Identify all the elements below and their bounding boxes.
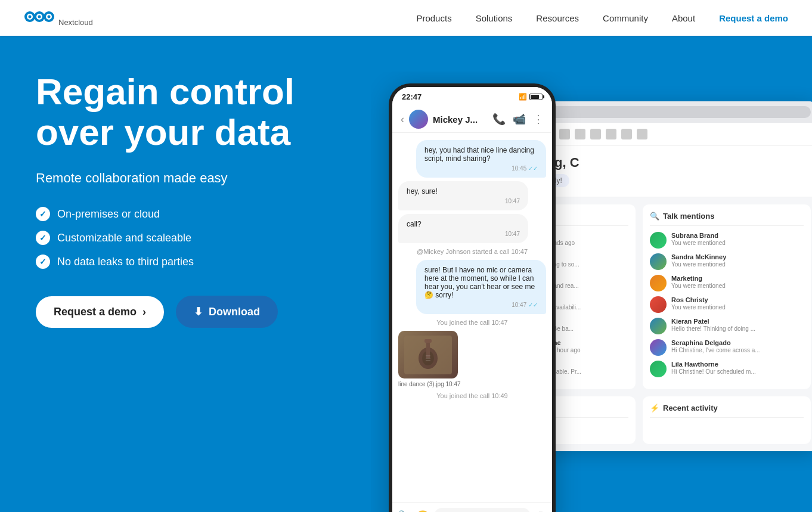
avatar-marketing [650, 275, 667, 291]
mobile-statusbar: 22:47 📶 [392, 87, 552, 106]
mention-row-6: Seraphina Delgado Hi Christine, I've com… [650, 339, 804, 356]
more-icon[interactable]: ⋮ [533, 113, 544, 126]
msg-image-container: line dance (3).jpg 10:47 [398, 331, 546, 387]
header-actions: 📞 📹 ⋮ [492, 113, 544, 126]
mention-name-7: Lila Hawthorne [671, 361, 804, 368]
emoji-icon[interactable]: 🙂 [416, 510, 429, 512]
wifi-icon: 📶 [519, 93, 527, 101]
mention-row-1: Subrana Brand You were mentioned [650, 232, 804, 249]
toolbar-icon-10 [606, 129, 616, 139]
check-icon-1 [36, 207, 50, 221]
msg-time-4: 10:47 ✓✓ [424, 302, 538, 308]
logo[interactable]: Nextcloud [24, 7, 93, 29]
hero-buttons: Request a demo › ⬇ Download [36, 296, 364, 328]
avatar-ros2 [650, 296, 667, 313]
widget-title-activity: ⚡ Recent activity [650, 404, 804, 418]
avatar-lila2 [650, 361, 667, 377]
svg-rect-12 [426, 340, 430, 358]
message-input[interactable]: Enter a message ... [434, 508, 531, 512]
mobile-input-bar: 📎 🙂 Enter a message ... 🎙 [392, 502, 552, 512]
logo-text: Nextcloud [58, 18, 93, 27]
toolbar-icon-7 [559, 129, 570, 139]
mockup-container: Good morning, C 🌙 ☀️ Positive vibes only… [371, 72, 812, 512]
mobile-status-icons: 📶 [519, 93, 543, 101]
nav-community[interactable]: Community [603, 13, 648, 23]
double-check-icon: ✓✓ [528, 165, 538, 172]
mention-name-5: Kieran Patel [671, 318, 804, 325]
video-icon[interactable]: 📹 [513, 113, 526, 126]
phone-icon[interactable]: 📞 [492, 113, 506, 126]
nav-about[interactable]: About [672, 13, 695, 23]
battery-tip [543, 95, 544, 98]
mention-name-1: Subrana Brand [671, 232, 804, 239]
msg-system-1: @Mickey Johnson started a call 10:47 [398, 248, 546, 255]
search-icon: 🔍 [650, 212, 659, 221]
hero-subtitle: Remote collaboration made easy [36, 170, 364, 186]
widget-talk-mentions: 🔍 Talk mentions Subrana Brand You were m… [643, 204, 811, 389]
battery-icon [529, 94, 543, 100]
toolbar-icon-11 [621, 129, 632, 139]
feature-3: No data leaks to third parties [36, 255, 364, 269]
toolbar-icon-8 [575, 129, 585, 139]
nav-resources[interactable]: Resources [536, 13, 579, 23]
mention-row-3: Marketing You were mentioned [650, 275, 804, 291]
avatar-subrana [650, 232, 667, 249]
mention-name-3: Marketing [671, 275, 804, 282]
toolbar-icon-9 [590, 129, 601, 139]
guitar-image [404, 336, 452, 374]
mention-name-6: Seraphina Delgado [671, 339, 804, 346]
mention-desc-1: You were mentioned [671, 239, 804, 247]
mention-name-4: Ros Christy [671, 296, 804, 303]
check-icon-3 [36, 255, 50, 269]
msg-time-2: 10:47 [407, 198, 520, 204]
contact-avatar [409, 110, 428, 129]
nav-links: Products Solutions Resources Community A… [416, 13, 788, 23]
widget-title-mentions: 🔍 Talk mentions [650, 212, 804, 226]
mention-desc-2: You were mentioned [671, 260, 804, 268]
msg-system-2: You joined the call 10:47 [398, 319, 546, 326]
avatar-seraphina2 [650, 339, 667, 356]
image-caption: line dance (3).jpg 10:47 [398, 381, 546, 387]
mention-row-7: Lila Hawthorne Hi Christine! Our schedul… [650, 361, 804, 377]
mention-row-5: Kieran Patel Hello there! Thinking of do… [650, 318, 804, 334]
mention-desc-7: Hi Christine! Our scheduled m... [671, 368, 804, 376]
svg-point-8 [48, 15, 51, 18]
nextcloud-logo-icon [24, 7, 55, 29]
mention-desc-4: You were mentioned [671, 303, 804, 311]
contact-name: Mickey J... [433, 114, 488, 125]
mobile-chat-header: ‹ Mickey J... 📞 📹 ⋮ [392, 106, 552, 133]
nav-solutions[interactable]: Solutions [476, 13, 513, 23]
hero-content: Regain control over your data Remote col… [36, 72, 364, 328]
msg-1: hey, you had that nice line dancing scri… [416, 140, 546, 178]
mention-name-2: Sandra McKinney [671, 253, 804, 260]
svg-point-7 [38, 15, 41, 18]
attach-icon[interactable]: 📎 [398, 510, 411, 512]
mic-icon[interactable]: 🎙 [535, 510, 546, 513]
mobile-time: 22:47 [402, 92, 422, 101]
double-check-icon-2: ✓✓ [528, 302, 538, 308]
request-demo-button[interactable]: Request a demo › [36, 296, 164, 328]
mention-row-4: Ros Christy You were mentioned [650, 296, 804, 313]
svg-rect-13 [424, 339, 432, 343]
hero-title: Regain control over your data [36, 72, 364, 153]
mention-desc-3: You were mentioned [671, 282, 804, 290]
mention-desc-6: Hi Christine, I've come across a... [671, 346, 804, 354]
msg-system-3: You joined the call 10:49 [398, 392, 546, 399]
nav-products[interactable]: Products [416, 13, 451, 23]
hero-section: Regain control over your data Remote col… [0, 36, 812, 512]
msg-3: call? 10:47 [398, 214, 528, 243]
download-button[interactable]: ⬇ Download [176, 296, 278, 328]
nav-request-demo[interactable]: Request a demo [719, 13, 788, 23]
avatar-sandra [650, 253, 667, 270]
back-arrow-icon[interactable]: ‹ [401, 113, 404, 126]
mention-row-2: Sandra McKinney You were mentioned [650, 253, 804, 270]
mobile-mockup: 22:47 📶 ‹ Mickey J... 📞 📹 ⋮ [389, 83, 556, 512]
feature-1: On-premises or cloud [36, 207, 364, 221]
arrow-icon: › [142, 306, 146, 318]
msg-4: sure! But I have no mic or camera here a… [416, 260, 546, 314]
widget-recent-activity: ⚡ Recent activity [643, 396, 811, 444]
msg-image [398, 331, 458, 378]
mention-desc-5: Hello there! Thinking of doing ... [671, 325, 804, 333]
svg-point-6 [29, 15, 32, 18]
hero-features: On-premises or cloud Customizable and sc… [36, 207, 364, 269]
